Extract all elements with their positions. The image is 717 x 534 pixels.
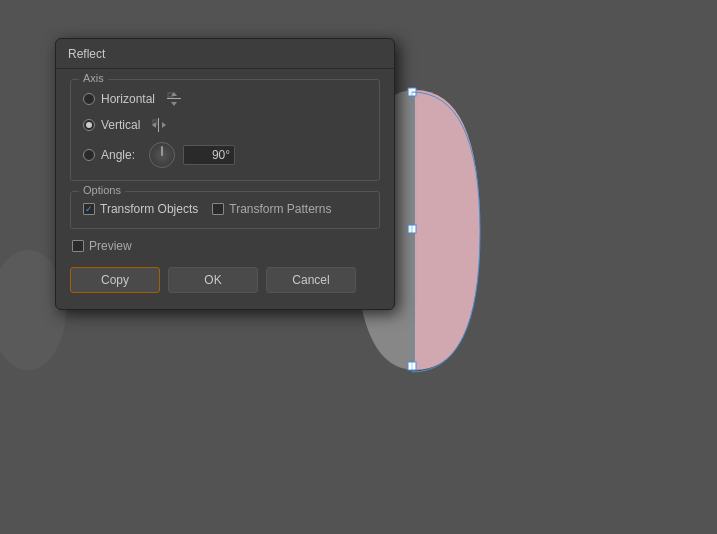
preview-row: Preview	[70, 239, 380, 253]
horizontal-row: Horizontal	[83, 90, 367, 108]
transform-patterns-label[interactable]: Transform Patterns	[229, 202, 331, 216]
copy-button[interactable]: Copy	[70, 267, 160, 293]
dialog-title: Reflect	[68, 47, 105, 61]
horizontal-label[interactable]: Horizontal	[101, 92, 155, 106]
ok-button[interactable]: OK	[168, 267, 258, 293]
transform-objects-label[interactable]: Transform Objects	[100, 202, 198, 216]
transform-patterns-row: Transform Patterns	[212, 202, 331, 216]
options-group-label: Options	[79, 184, 125, 196]
vertical-label[interactable]: Vertical	[101, 118, 140, 132]
svg-marker-7	[171, 102, 177, 106]
vertical-axis-icon	[150, 116, 168, 134]
horizontal-radio[interactable]	[83, 93, 95, 105]
transform-patterns-checkbox[interactable]	[212, 203, 224, 215]
horizontal-axis-icon	[165, 90, 183, 108]
angle-input[interactable]	[183, 145, 235, 165]
options-row: Transform Objects Transform Patterns	[83, 202, 367, 216]
preview-checkbox[interactable]	[72, 240, 84, 252]
reflect-dialog: Reflect Axis Horizontal	[55, 38, 395, 310]
axis-group: Axis Horizontal Vertical	[70, 79, 380, 181]
buttons-row: Copy OK Cancel	[56, 267, 394, 293]
options-group: Options Transform Objects Transform Patt…	[70, 191, 380, 229]
cancel-button[interactable]: Cancel	[266, 267, 356, 293]
angle-radio[interactable]	[83, 149, 95, 161]
svg-rect-9	[158, 118, 159, 132]
angle-dial[interactable]	[149, 142, 175, 168]
vertical-row: Vertical	[83, 116, 367, 134]
dialog-body: Axis Horizontal Vertical	[56, 69, 394, 253]
svg-marker-11	[162, 122, 166, 128]
svg-rect-5	[167, 98, 181, 99]
dialog-titlebar: Reflect	[56, 39, 394, 69]
transform-objects-checkbox[interactable]	[83, 203, 95, 215]
axis-group-label: Axis	[79, 72, 108, 84]
angle-label[interactable]: Angle:	[101, 148, 135, 162]
transform-objects-row: Transform Objects	[83, 202, 198, 216]
preview-label[interactable]: Preview	[89, 239, 132, 253]
vertical-radio[interactable]	[83, 119, 95, 131]
angle-row: Angle:	[83, 142, 367, 168]
